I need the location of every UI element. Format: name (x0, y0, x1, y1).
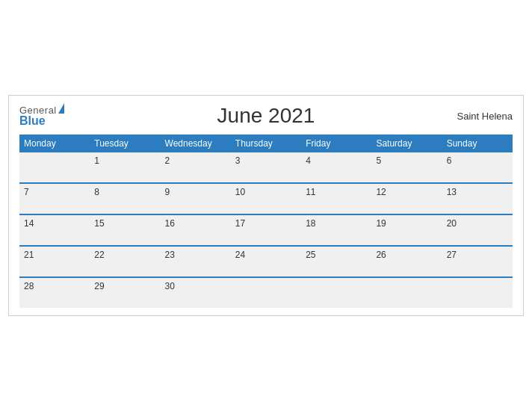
calendar-day-cell (19, 152, 90, 183)
calendar-day-cell: 22 (90, 246, 160, 277)
calendar-day-cell: 15 (90, 214, 160, 246)
calendar-week-row: 78910111213 (19, 183, 513, 214)
calendar-day-cell: 5 (371, 152, 442, 183)
calendar-day-cell: 10 (231, 183, 301, 214)
calendar-week-row: 123456 (19, 152, 513, 183)
calendar-day-cell: 18 (301, 214, 371, 246)
logo-general-text: General (19, 105, 57, 115)
calendar-day-cell: 1 (90, 152, 160, 183)
calendar-day-cell: 7 (19, 183, 90, 214)
calendar-day-cell: 26 (371, 246, 442, 277)
calendar-day-cell: 12 (371, 183, 442, 214)
calendar-day-cell: 17 (231, 214, 301, 246)
calendar-day-cell: 30 (161, 277, 231, 308)
logo: General Blue (19, 105, 64, 127)
calendar-day-cell: 19 (371, 214, 442, 246)
calendar-tbody: 1234567891011121314151617181920212223242… (19, 152, 513, 308)
days-header-row: MondayTuesdayWednesdayThursdayFridaySatu… (19, 135, 513, 152)
calendar-week-row: 14151617181920 (19, 214, 513, 246)
calendar-day-cell: 8 (90, 183, 160, 214)
calendar-day-cell: 23 (161, 246, 231, 277)
calendar-day-cell: 9 (161, 183, 231, 214)
calendar-day-cell: 3 (231, 152, 301, 183)
calendar-day-cell: 27 (442, 246, 513, 277)
calendar-header: General Blue June 2021 Saint Helena (19, 105, 513, 127)
calendar-container: General Blue June 2021 Saint Helena Mond… (8, 95, 524, 316)
calendar-day-cell (301, 277, 371, 308)
calendar-day-cell (442, 277, 513, 308)
calendar-day-cell: 13 (442, 183, 513, 214)
calendar-day-cell (371, 277, 442, 308)
calendar-day-cell: 14 (19, 214, 90, 246)
calendar-day-cell: 24 (231, 246, 301, 277)
calendar-title: June 2021 (217, 104, 315, 128)
calendar-day-cell: 25 (301, 246, 371, 277)
calendar-day-cell (231, 277, 301, 308)
day-header: Wednesday (161, 135, 231, 152)
calendar-day-cell: 6 (442, 152, 513, 183)
calendar-day-cell: 2 (161, 152, 231, 183)
day-header: Sunday (442, 135, 513, 152)
day-header: Monday (19, 135, 90, 152)
calendar-week-row: 282930 (19, 277, 513, 308)
day-header: Saturday (371, 135, 442, 152)
calendar-day-cell: 21 (19, 246, 90, 277)
region-label: Saint Helena (457, 111, 513, 122)
day-header: Tuesday (90, 135, 160, 152)
calendar-thead: MondayTuesdayWednesdayThursdayFridaySatu… (19, 135, 513, 152)
calendar-day-cell: 11 (301, 183, 371, 214)
calendar-day-cell: 29 (90, 277, 160, 308)
day-header: Thursday (231, 135, 301, 152)
calendar-day-cell: 20 (442, 214, 513, 246)
calendar-day-cell: 4 (301, 152, 371, 183)
calendar-day-cell: 16 (161, 214, 231, 246)
calendar-week-row: 21222324252627 (19, 246, 513, 277)
calendar-day-cell: 28 (19, 277, 90, 308)
calendar-grid: MondayTuesdayWednesdayThursdayFridaySatu… (19, 135, 513, 308)
logo-flag-icon (58, 103, 64, 114)
logo-blue-text: Blue (19, 115, 64, 127)
day-header: Friday (301, 135, 371, 152)
